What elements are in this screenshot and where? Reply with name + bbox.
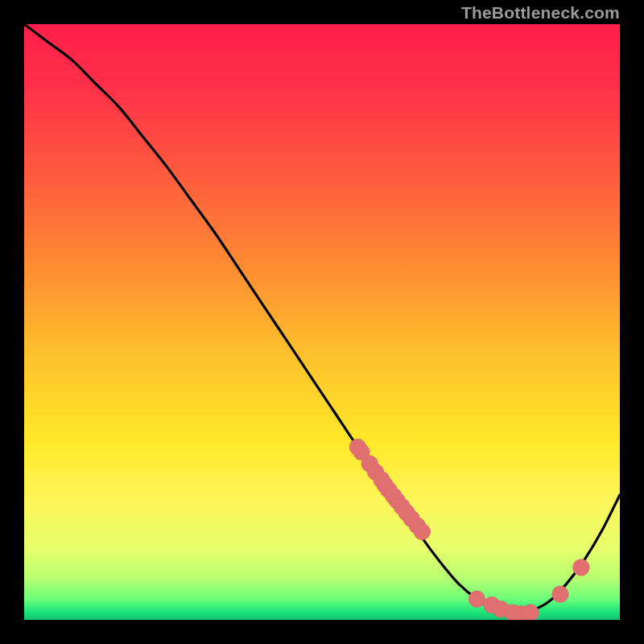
marker-point <box>414 523 431 540</box>
chart-frame <box>24 24 620 620</box>
marker-point <box>573 559 590 576</box>
marker-point <box>469 591 485 608</box>
marker-point <box>522 605 539 620</box>
gradient-background <box>24 24 620 620</box>
bottleneck-chart <box>24 24 620 620</box>
watermark-text: TheBottleneck.com <box>461 3 620 23</box>
marker-point <box>552 586 569 603</box>
